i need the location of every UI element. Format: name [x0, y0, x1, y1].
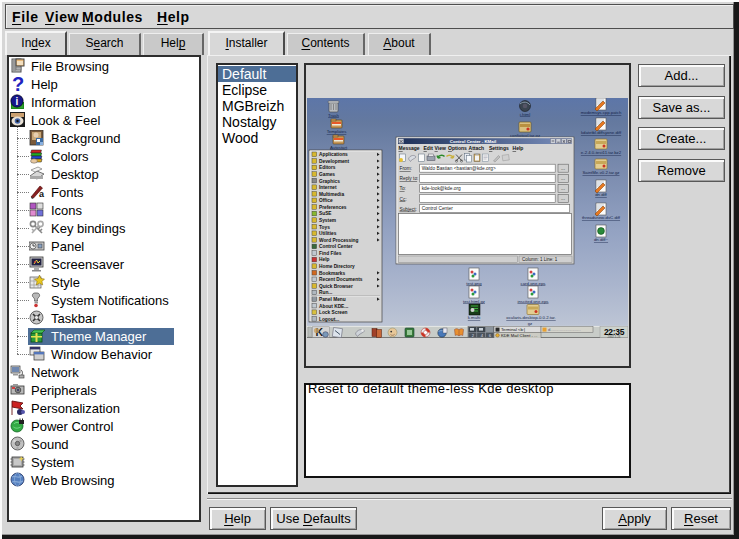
svg-text:Recent Documents: Recent Documents [319, 277, 363, 282]
svg-text:Control Center - KMail: Control Center - KMail [450, 139, 496, 144]
svg-text:Logout...: Logout... [319, 317, 339, 322]
svg-text:Word Processing: Word Processing [319, 238, 358, 243]
svg-text:Quick Browser: Quick Browser [319, 284, 353, 289]
svg-text:From:: From: [400, 166, 413, 171]
svg-text:inscited.one.eps: inscited.one.eps [517, 299, 548, 304]
svg-text:Editors: Editors [319, 165, 336, 170]
svg-text:...: ... [561, 195, 565, 201]
svg-text:kdatetbl.diffsyone.diff: kdatetbl.diffsyone.diff [581, 130, 622, 135]
svg-text:To:: To: [400, 186, 406, 191]
svg-text:Control Center: Control Center [319, 244, 353, 249]
svg-text:Reply to:: Reply to: [400, 176, 419, 181]
svg-text:SuSE: SuSE [319, 211, 332, 216]
svg-text:Edit: Edit [424, 145, 434, 151]
svg-text:k.multi: k.multi [468, 315, 480, 320]
svg-text:Trash: Trash [328, 113, 339, 118]
svg-text:Terminal <b:|: Terminal <b:| [501, 327, 525, 332]
svg-text:kde-look@kde.org: kde-look@kde.org [422, 186, 461, 191]
svg-text:Templates: Templates [327, 129, 347, 134]
svg-text:a: a [39, 189, 45, 199]
svg-text:dn.diff: dn.diff [595, 192, 607, 197]
svg-text:i: i [16, 96, 19, 107]
svg-text:e-2.4.0-test11.tar.bz2: e-2.4.0-test11.tar.bz2 [581, 150, 622, 155]
svg-text:...: ... [561, 185, 565, 191]
svg-text:dn.diff~: dn.diff~ [594, 237, 609, 242]
svg-text:Cc:: Cc: [400, 197, 407, 202]
svg-text:Applications: Applications [319, 152, 348, 157]
svg-text:ocularis-desktop-0.0.2.tar.: ocularis-desktop-0.0.2.tar. [506, 315, 555, 320]
svg-text:Panel Menu: Panel Menu [319, 297, 346, 302]
svg-text:View: View [435, 145, 446, 151]
svg-text:Utilities: Utilities [319, 231, 337, 236]
svg-text:About KDE...: About KDE... [319, 304, 348, 309]
svg-text:card.one.eps: card.one.eps [521, 281, 546, 286]
svg-text:...: ... [561, 175, 565, 181]
svg-text:System: System [319, 218, 336, 223]
svg-text:Waldo Bastian <bastian@kde.org: Waldo Bastian <bastian@kde.org> [422, 166, 496, 171]
svg-text:test.html.gz: test.html.gz [463, 299, 485, 304]
svg-text:Subject:: Subject: [400, 207, 417, 212]
svg-text:Run...: Run... [319, 290, 332, 295]
svg-text:Help: Help [319, 257, 329, 262]
svg-text:Multimedia: Multimedia [319, 192, 344, 197]
svg-text:Lock Screen: Lock Screen [319, 310, 348, 315]
svg-text:threadsnew-dvC.diff: threadsnew-dvC.diff [582, 215, 621, 220]
svg-text:i.html: i.html [520, 112, 530, 117]
svg-text:Message: Message [399, 145, 420, 151]
svg-text:Settings: Settings [489, 145, 509, 151]
svg-text:Development: Development [319, 159, 350, 164]
svg-text:KDE Mail Client - ...: KDE Mail Client - ... [501, 333, 538, 338]
svg-text:Help: Help [513, 145, 524, 151]
svg-text:2002-1-24: 2002-1-24 [608, 335, 621, 338]
svg-text:test.png: test.png [466, 281, 482, 286]
svg-text:Office: Office [319, 198, 333, 203]
svg-text:?: ? [12, 76, 24, 92]
svg-text:Autostart: Autostart [330, 145, 348, 150]
svg-text:Home Directory: Home Directory [319, 264, 355, 269]
svg-text:gz: gz [528, 321, 533, 326]
svg-text:Toys: Toys [319, 225, 330, 230]
svg-text:Find Files: Find Files [319, 251, 342, 256]
svg-text:Column: 1 Line: 1: Column: 1 Line: 1 [522, 257, 558, 262]
svg-text:...: ... [561, 165, 565, 171]
svg-text:Attach: Attach [469, 145, 485, 151]
svg-text:d..........................: d.......................... [548, 327, 581, 332]
svg-text:Games: Games [319, 172, 335, 177]
svg-text:Internet: Internet [319, 185, 337, 190]
svg-text:Preferences: Preferences [319, 205, 347, 210]
svg-text:modemsys.cpp.patch: modemsys.cpp.patch [581, 110, 622, 115]
svg-text:SaintMe-v0.2.tar.gz: SaintMe-v0.2.tar.gz [582, 170, 619, 175]
svg-text:Options: Options [448, 145, 467, 151]
svg-text:Control Center: Control Center [422, 206, 454, 211]
svg-text:Graphics: Graphics [319, 179, 340, 184]
svg-text:Bookmarks: Bookmarks [319, 271, 345, 276]
